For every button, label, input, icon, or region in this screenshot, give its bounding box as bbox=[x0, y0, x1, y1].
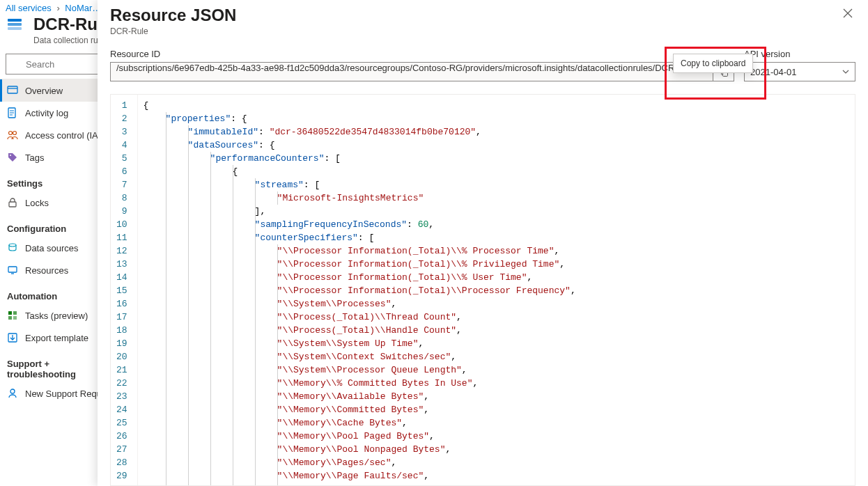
svg-rect-14 bbox=[9, 202, 16, 207]
resource-id-value[interactable]: /subscriptions/6e967edb-425b-4a33-ae98-f… bbox=[110, 62, 713, 81]
svg-rect-21 bbox=[13, 316, 17, 320]
sidebar-item-label: Activity log bbox=[25, 108, 68, 118]
svg-rect-2 bbox=[8, 27, 22, 30]
resources-icon bbox=[7, 265, 18, 276]
sidebar-item-label: Overview bbox=[25, 86, 63, 96]
editor-code: {"properties": {"immutableId": "dcr-3648… bbox=[138, 95, 855, 485]
svg-rect-5 bbox=[8, 86, 17, 93]
resource-id-label: Resource ID bbox=[110, 49, 734, 59]
sidebar-item-label: Locks bbox=[25, 198, 49, 208]
datasources-icon bbox=[7, 242, 18, 253]
sidebar-item-label: Access control (IAM) bbox=[25, 130, 109, 141]
search-input[interactable] bbox=[6, 54, 112, 75]
sidebar-item-label: Data sources bbox=[25, 243, 79, 253]
close-icon[interactable] bbox=[840, 6, 855, 21]
svg-rect-20 bbox=[8, 316, 12, 320]
json-editor[interactable]: 1234567891011121314151617181920212223242… bbox=[110, 94, 855, 486]
svg-point-12 bbox=[13, 132, 17, 135]
editor-gutter: 1234567891011121314151617181920212223242… bbox=[111, 95, 138, 485]
svg-point-13 bbox=[10, 155, 11, 156]
support-icon bbox=[7, 388, 18, 399]
overview-icon bbox=[7, 85, 18, 96]
export-icon bbox=[7, 332, 18, 343]
access-icon bbox=[7, 130, 18, 141]
api-version-value: 2021-04-01 bbox=[750, 67, 797, 77]
data-collection-rule-icon bbox=[6, 15, 25, 34]
sidebar-item-label: Tags bbox=[25, 152, 44, 163]
breadcrumb-link-all-services[interactable]: All services bbox=[6, 3, 52, 13]
copy-tooltip: Copy to clipboard bbox=[673, 54, 753, 73]
svg-rect-0 bbox=[8, 19, 22, 22]
svg-rect-19 bbox=[13, 311, 17, 315]
pane-title: Resource JSON bbox=[110, 6, 236, 25]
api-version-label: API version bbox=[744, 49, 855, 59]
sidebar-item-label: Resources bbox=[25, 265, 68, 276]
breadcrumb-link-nomar[interactable]: NoMar… bbox=[65, 3, 101, 13]
svg-point-11 bbox=[9, 132, 13, 135]
lock-icon bbox=[7, 197, 18, 208]
chevron-right-icon: › bbox=[56, 3, 59, 13]
api-version-select[interactable]: 2021-04-01 bbox=[744, 62, 855, 81]
tasks-icon bbox=[7, 310, 18, 321]
svg-rect-18 bbox=[8, 311, 12, 315]
sidebar-item-label: Export template bbox=[25, 333, 88, 343]
svg-point-24 bbox=[10, 389, 15, 393]
tags-icon bbox=[7, 152, 18, 163]
activity-icon bbox=[7, 107, 18, 118]
chevron-down-icon bbox=[842, 68, 849, 75]
pane-subtitle: DCR-Rule bbox=[110, 26, 236, 36]
sidebar-item-label: Tasks (preview) bbox=[25, 311, 88, 321]
svg-point-15 bbox=[9, 244, 16, 246]
svg-rect-1 bbox=[8, 23, 22, 26]
svg-rect-16 bbox=[8, 267, 17, 272]
